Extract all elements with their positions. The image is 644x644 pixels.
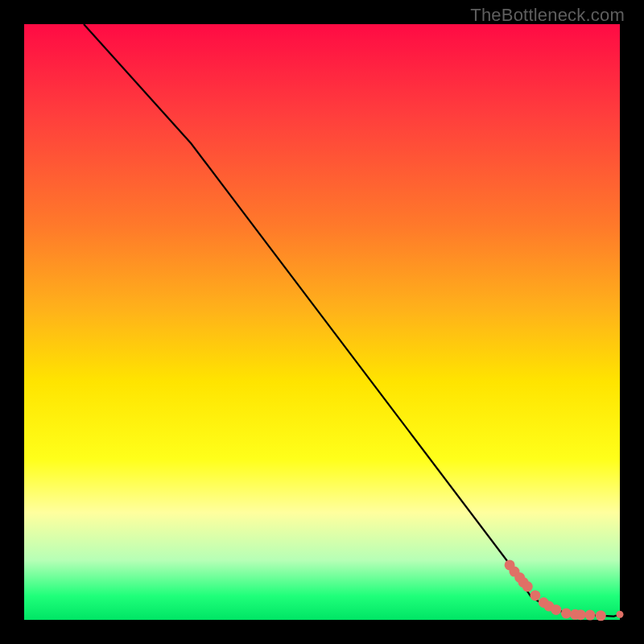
marker-point xyxy=(522,581,533,592)
marker-point xyxy=(617,611,624,618)
marker-point xyxy=(561,608,572,618)
chart-svg xyxy=(24,24,620,620)
marker-point xyxy=(596,610,606,621)
marker-point xyxy=(551,605,561,615)
watermark-text: TheBottleneck.com xyxy=(470,5,625,26)
markers-group xyxy=(505,559,624,621)
marker-point xyxy=(530,590,540,601)
plot-area xyxy=(24,24,620,620)
marker-point xyxy=(585,610,596,621)
chart-frame: TheBottleneck.com xyxy=(0,0,644,644)
bottleneck-curve xyxy=(84,24,620,617)
marker-point xyxy=(576,609,586,620)
